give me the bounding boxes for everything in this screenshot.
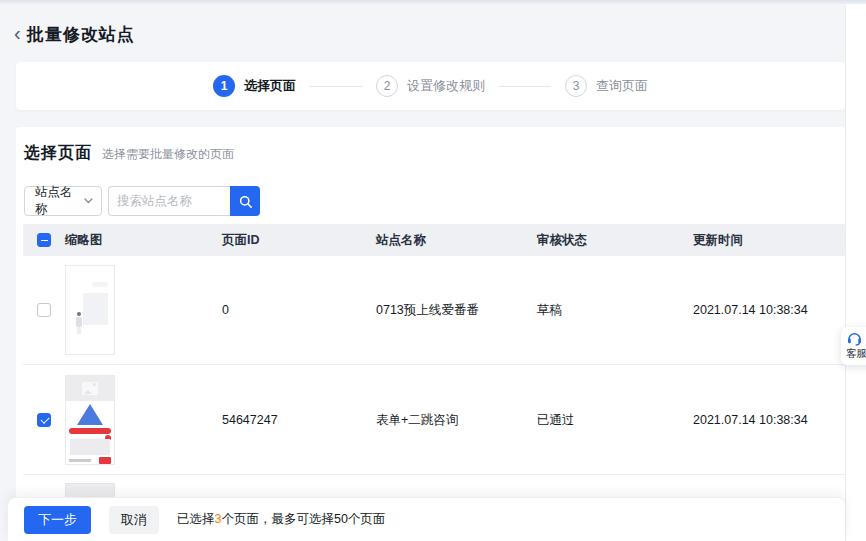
review-status-cell: 已通过 bbox=[537, 411, 575, 428]
step-connector bbox=[499, 86, 551, 87]
table-header: 缩略图 页面ID 站点名称 审核状态 更新时间 bbox=[23, 224, 845, 256]
step-connector bbox=[310, 86, 362, 87]
search-field-selector[interactable]: 站点名称 bbox=[24, 186, 102, 216]
site-name-cell: 表单+二跳咨询 bbox=[376, 411, 458, 428]
step-2-label: 设置修改规则 bbox=[407, 77, 485, 95]
indeterminate-checkbox-icon bbox=[37, 233, 51, 247]
selection-suffix: 个页面，最多可选择50个页面 bbox=[221, 512, 385, 526]
step-1-select-pages[interactable]: 1 选择页面 bbox=[213, 75, 296, 97]
page-title: 批量修改站点 bbox=[27, 23, 135, 46]
thumb-footer-button bbox=[99, 457, 111, 464]
selection-prefix: 已选择 bbox=[177, 512, 215, 526]
step-3-number: 3 bbox=[565, 75, 587, 97]
pages-table: 缩略图 页面ID 站点名称 审核状态 更新时间 0 0713预上线爱番番 草稿 … bbox=[23, 224, 845, 499]
table-row: 54647247 表单+二跳咨询 已通过 2021.07.14 10:38:34 bbox=[23, 365, 845, 475]
step-2-number: 2 bbox=[376, 75, 398, 97]
page-id-cell: 54647247 bbox=[222, 413, 278, 427]
action-footer: 下一步 取消 已选择3个页面，最多可选择50个页面 bbox=[8, 497, 845, 541]
section-heading: 选择页面 选择需要批量修改的页面 bbox=[24, 143, 234, 164]
step-2-set-rules[interactable]: 2 设置修改规则 bbox=[376, 75, 485, 97]
chevron-down-icon bbox=[84, 198, 93, 204]
page-id-cell: 0 bbox=[222, 303, 229, 317]
thumb-decor bbox=[77, 312, 81, 316]
thumb-image-block bbox=[70, 439, 110, 455]
thumb-footer-text bbox=[69, 459, 91, 462]
search-field-value: 站点名称 bbox=[35, 184, 84, 218]
selection-summary: 已选择3个页面，最多可选择50个页面 bbox=[177, 511, 385, 528]
col-site-name: 站点名称 bbox=[376, 232, 426, 249]
stepper-card: 1 选择页面 2 设置修改规则 3 查询页面 bbox=[16, 62, 845, 110]
select-all-checkbox[interactable] bbox=[37, 233, 51, 247]
back-chevron-icon[interactable]: ‹ bbox=[12, 23, 27, 45]
window-top-strip bbox=[0, 0, 866, 4]
row-checkbox[interactable] bbox=[37, 303, 51, 317]
search-icon bbox=[238, 194, 253, 209]
customer-service-widget[interactable]: 客服 bbox=[841, 327, 866, 365]
col-review-status: 审核状态 bbox=[537, 232, 587, 249]
step-3-query-pages[interactable]: 3 查询页面 bbox=[565, 75, 648, 97]
thumb-decor bbox=[83, 293, 108, 325]
col-update-time: 更新时间 bbox=[693, 232, 743, 249]
update-time-cell: 2021.07.14 10:38:34 bbox=[693, 303, 808, 317]
thumb-triangle-graphic bbox=[77, 404, 103, 425]
thumb-decor bbox=[76, 317, 82, 327]
wizard-stepper: 1 选择页面 2 设置修改规则 3 查询页面 bbox=[213, 75, 648, 97]
section-title: 选择页面 bbox=[24, 143, 92, 164]
section-subtitle: 选择需要批量修改的页面 bbox=[102, 146, 234, 163]
thumb-decor bbox=[92, 282, 108, 287]
headset-icon bbox=[846, 331, 863, 346]
cancel-button[interactable]: 取消 bbox=[109, 506, 159, 534]
update-time-cell: 2021.07.14 10:38:34 bbox=[693, 413, 808, 427]
site-name-cell: 0713预上线爱番番 bbox=[376, 302, 479, 319]
page-header: ‹ 批量修改站点 bbox=[12, 22, 135, 46]
page-thumbnail[interactable] bbox=[65, 265, 115, 355]
search-button[interactable] bbox=[230, 186, 260, 216]
step-3-label: 查询页面 bbox=[596, 77, 648, 95]
row-checkbox[interactable] bbox=[37, 413, 51, 427]
next-step-button[interactable]: 下一步 bbox=[24, 506, 91, 534]
review-status-cell: 草稿 bbox=[537, 302, 562, 319]
right-scroll-gutter bbox=[845, 0, 866, 541]
col-page-id: 页面ID bbox=[222, 232, 260, 249]
step-1-number: 1 bbox=[213, 75, 235, 97]
filter-row: 站点名称 bbox=[24, 186, 260, 216]
search-group bbox=[108, 186, 260, 216]
table-row-partial bbox=[23, 475, 845, 499]
thumb-red-button bbox=[69, 428, 111, 434]
thumb-decor bbox=[77, 327, 81, 334]
step-1-label: 选择页面 bbox=[244, 77, 296, 95]
col-thumbnail: 缩略图 bbox=[65, 232, 103, 249]
image-placeholder-icon bbox=[82, 382, 98, 395]
page-thumbnail[interactable] bbox=[65, 375, 115, 465]
search-input[interactable] bbox=[108, 186, 230, 216]
table-row: 0 0713预上线爱番番 草稿 2021.07.14 10:38:34 bbox=[23, 256, 845, 365]
customer-service-label: 客服 bbox=[846, 347, 866, 361]
thumb-image-block bbox=[66, 376, 114, 401]
